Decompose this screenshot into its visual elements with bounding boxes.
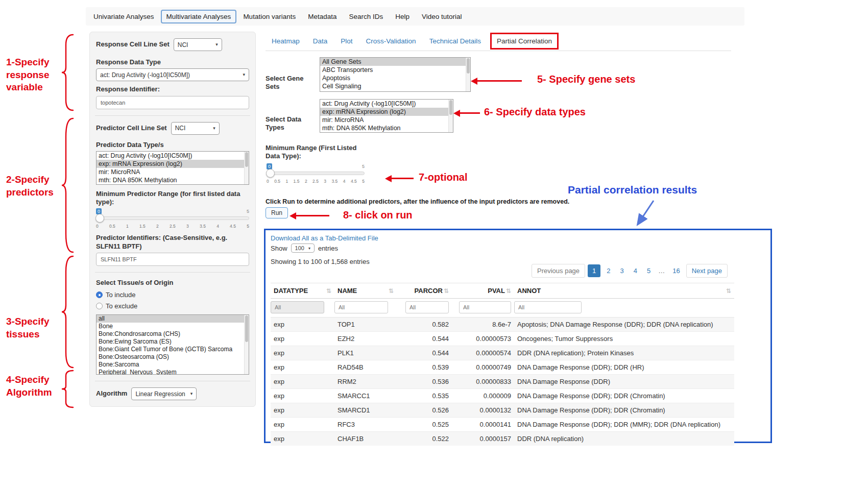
listbox-option-selected[interactable]: exp: mRNA Expression (log2) <box>97 160 249 168</box>
nav-item-univariate-analyses[interactable]: Univariate Analyses <box>88 10 160 23</box>
listbox-option[interactable]: Cell Signaling <box>320 82 470 90</box>
filter-input-pval[interactable] <box>459 301 511 313</box>
listbox-option[interactable]: Bone:Ewing Sarcoma (ES) <box>97 338 249 346</box>
data-types-listbox[interactable]: act: Drug Activity (-log10[IC50M]) exp: … <box>320 99 453 133</box>
page-button-3[interactable]: 3 <box>617 264 628 277</box>
predictor-cell-line-set-select[interactable]: NCI ▾ <box>171 122 220 135</box>
filter-input-datatype[interactable] <box>271 301 324 313</box>
table-row[interactable]: expTOP10.5828.6e-7Apoptosis; DNA Damage … <box>271 318 734 332</box>
table-row[interactable]: expRRM20.5360.00000833DNA Damage Respons… <box>271 375 734 389</box>
nav-item-mutation-variants[interactable]: Mutation variants <box>237 10 301 23</box>
filter-input-parcor[interactable] <box>405 301 449 313</box>
scrollbar-thumb[interactable] <box>245 152 248 167</box>
scrollbar[interactable] <box>244 152 249 184</box>
listbox-option[interactable]: mth: DNA 850K Methylation <box>320 124 453 132</box>
slider-handle[interactable] <box>95 214 104 223</box>
listbox-option[interactable]: act: Drug Activity (-log10[IC50M]) <box>320 100 453 108</box>
predictor-identifiers-input[interactable] <box>96 253 249 266</box>
response-cell-line-set-select[interactable]: NCI ▾ <box>174 38 222 51</box>
cell-annot: DDR (DNA replication) <box>514 432 734 446</box>
table-row[interactable]: expRAD54B0.5390.00000749DNA Damage Respo… <box>271 360 734 375</box>
listbox-option[interactable]: Bone <box>97 323 249 330</box>
predictor-data-types-listbox[interactable]: act: Drug Activity (-log10[IC50M]) exp: … <box>96 151 249 185</box>
listbox-option[interactable]: act: Drug Activity (-log10[IC50M]) <box>97 152 249 160</box>
annotation-red-box: Partial Correlation <box>490 33 559 50</box>
nav-item-video-tutorial[interactable]: Video tutorial <box>416 10 468 23</box>
column-header-parcor[interactable]: PARCOR⇅ <box>397 283 452 299</box>
cell-pval: 0.00000574 <box>452 346 514 360</box>
column-header-name[interactable]: NAME⇅ <box>334 283 397 299</box>
page-previous-button[interactable]: Previous page <box>532 264 585 278</box>
predictor-identifiers-label: Predictor Identifiers: (Case-Sensitive, … <box>96 234 249 251</box>
radio-to-exclude[interactable]: To exclude <box>96 301 249 310</box>
scrollbar[interactable] <box>448 100 453 132</box>
page-next-button[interactable]: Next page <box>686 264 728 278</box>
page-button-1[interactable]: 1 <box>588 264 600 277</box>
min-range-slider[interactable]: 0 5 00.511.522.533.544.55 <box>267 163 365 185</box>
show-entries-select[interactable]: 100 ▾ <box>291 243 315 253</box>
table-row[interactable]: expEZH20.5440.00000573Oncogenes; Tumor S… <box>271 332 734 346</box>
page-button-5[interactable]: 5 <box>643 264 654 277</box>
data-types-label: Select Data Types <box>266 115 315 133</box>
listbox-option[interactable]: Bone:Sarcoma <box>97 361 249 369</box>
tab-technical-details[interactable]: Technical Details <box>423 34 487 48</box>
annotation-results-title: Partial correlation results <box>568 184 697 196</box>
page-button-4[interactable]: 4 <box>630 264 641 277</box>
download-link[interactable]: Download All as a Tab-Delimited File <box>271 234 378 242</box>
nav-item-multivariate-analyses[interactable]: Multivariate Analyses <box>161 10 237 23</box>
nav-item-search-ids[interactable]: Search IDs <box>343 10 389 23</box>
table-row[interactable]: expPLK10.5440.00000574DDR (DNA replicati… <box>271 346 734 360</box>
algorithm-select[interactable]: Linear Regression ▾ <box>131 387 197 400</box>
listbox-option[interactable]: Apoptosis <box>320 74 470 82</box>
response-identifier-input[interactable] <box>96 96 249 109</box>
annotation-step4: 4-Specify Algorithm <box>6 374 67 399</box>
table-row[interactable]: expSMARCC10.5350.000009DNA Damage Respon… <box>271 389 734 403</box>
nav-item-help[interactable]: Help <box>390 10 415 23</box>
filter-input-name[interactable] <box>334 301 388 313</box>
scrollbar-thumb[interactable] <box>245 315 248 342</box>
response-data-type-select[interactable]: act: Drug Activity (-log10[IC50M]) ▾ <box>96 68 249 81</box>
cell-datatype: exp <box>271 332 334 346</box>
tab-heatmap[interactable]: Heatmap <box>266 34 306 48</box>
tab-data[interactable]: Data <box>307 34 334 48</box>
min-predictor-range-label: Minimum Predictor Range (for first liste… <box>96 190 249 207</box>
tab-plot[interactable]: Plot <box>334 34 358 48</box>
tissue-listbox[interactable]: all Bone Bone:Chondrosarcoma (CHS) Bone:… <box>96 314 249 375</box>
listbox-option[interactable]: Bone:Osteosarcoma (OS) <box>97 353 249 361</box>
tab-cross-validation[interactable]: Cross-Validation <box>360 34 422 48</box>
listbox-option[interactable]: Bone:Chondrosarcoma (CHS) <box>97 330 249 338</box>
scrollbar-thumb[interactable] <box>449 100 452 115</box>
select-value: NCI <box>175 125 186 132</box>
page-button-16[interactable]: 16 <box>669 264 683 277</box>
nav-item-metadata[interactable]: Metadata <box>302 10 342 23</box>
scrollbar[interactable] <box>244 315 249 374</box>
gene-sets-listbox[interactable]: All Gene Sets ABC Transporters Apoptosis… <box>320 57 471 92</box>
slider-handle[interactable] <box>266 169 275 178</box>
listbox-option-selected[interactable]: All Gene Sets <box>320 58 470 66</box>
listbox-option[interactable]: ABC Transporters <box>320 66 470 74</box>
listbox-option-selected[interactable]: exp: mRNA Expression (log2) <box>320 108 453 116</box>
scrollbar-thumb[interactable] <box>467 58 470 74</box>
listbox-option[interactable]: Bone:Giant Cell Tumor of Bone (GCTB) Sar… <box>97 346 249 353</box>
column-header-pval[interactable]: PVAL⇅ <box>452 283 514 299</box>
slider-track[interactable] <box>267 172 365 175</box>
radio-to-include[interactable]: To include <box>96 290 249 299</box>
column-header-annot[interactable]: ANNOT⇅ <box>514 283 734 299</box>
column-header-datatype[interactable]: DATATYPE⇅ <box>271 283 334 299</box>
filter-input-annot[interactable] <box>514 301 582 313</box>
tab-partial-correlation[interactable]: Partial Correlation <box>492 34 557 48</box>
scrollbar[interactable] <box>466 58 470 91</box>
predictor-range-slider[interactable]: 0 5 00.511.522.533.544.55 <box>96 208 249 230</box>
table-row[interactable]: expSMARCD10.5260.0000132DNA Damage Respo… <box>271 403 734 418</box>
listbox-option-selected[interactable]: all <box>97 315 249 323</box>
listbox-option[interactable]: mir: MicroRNA <box>97 168 249 176</box>
table-row[interactable]: expRFC30.5250.0000141DNA Damage Response… <box>271 418 734 432</box>
run-button[interactable]: Run <box>266 207 288 218</box>
slider-track[interactable] <box>96 216 249 220</box>
page-button-2[interactable]: 2 <box>603 264 614 277</box>
listbox-option[interactable]: mth: DNA 850K Methylation <box>97 176 249 184</box>
listbox-option[interactable]: Peripheral_Nervous_System <box>97 369 249 375</box>
table-row[interactable]: expCHAF1B0.5220.0000157DDR (DNA replicat… <box>271 432 734 446</box>
annotation-step1: 1-Specify response variable <box>6 56 66 94</box>
listbox-option[interactable]: mir: MicroRNA <box>320 116 453 124</box>
